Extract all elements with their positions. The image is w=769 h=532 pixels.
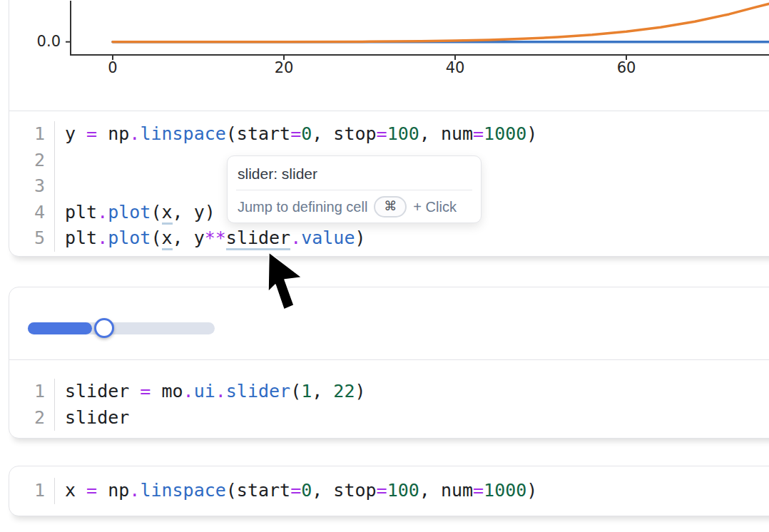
- cell-x-definition: 1x = np.linspace(start=0, stop=100, num=…: [9, 466, 769, 516]
- code-line[interactable]: 1x = np.linspace(start=0, stop=100, num=…: [9, 478, 769, 504]
- jump-to-defining-cell-link[interactable]: Jump to defining cell: [238, 199, 367, 215]
- code-line-text[interactable]: plt.plot(x, y): [55, 200, 215, 226]
- code-line-text[interactable]: slider: [55, 405, 129, 431]
- slider-track[interactable]: [28, 322, 215, 334]
- matplotlib-plot-output: 02040600.0: [9, 1, 769, 111]
- code-line[interactable]: 2slider: [9, 405, 769, 431]
- slider-output-area: [9, 287, 769, 359]
- code-line-text[interactable]: [55, 148, 65, 174]
- line-number: 4: [9, 200, 55, 226]
- code-line-text[interactable]: [55, 173, 65, 200]
- code-line[interactable]: 1slider = mo.ui.slider(1, 22): [9, 379, 769, 405]
- tooltip-action-row: Jump to defining cell ⌘ + Click: [228, 190, 481, 223]
- x-tick-label: 20: [275, 59, 294, 76]
- referenced-variable: x: [162, 227, 173, 250]
- variable-hover-tooltip: slider: slider Jump to defining cell ⌘ +…: [227, 155, 482, 223]
- line-number: 5: [9, 225, 55, 252]
- slider-fill: [28, 322, 92, 334]
- code-line-text[interactable]: plt.plot(x, y**slider.value): [55, 225, 366, 252]
- referenced-variable: x: [162, 202, 173, 225]
- x-tick-label: 40: [446, 59, 465, 76]
- line-number: 1: [9, 121, 55, 148]
- code-line[interactable]: 1y = np.linspace(start=0, stop=100, num=…: [9, 121, 769, 148]
- marimo-notebook: { "app": {"name": "marimo notebook"}, "c…: [0, 0, 769, 532]
- code-editor[interactable]: 1slider = mo.ui.slider(1, 22)2slider: [9, 360, 769, 431]
- tooltip-variable-title: slider: slider: [228, 156, 481, 190]
- line-number: 3: [9, 173, 55, 200]
- line-number: 1: [9, 379, 55, 405]
- code-line-text[interactable]: x = np.linspace(start=0, stop=100, num=1…: [55, 478, 537, 504]
- y-tick-label: 0.0: [37, 33, 61, 50]
- command-key-badge: ⌘: [374, 196, 407, 218]
- referenced-variable: slider: [226, 227, 290, 250]
- code-line[interactable]: 5plt.plot(x, y**slider.value): [9, 225, 769, 252]
- slider-handle[interactable]: [94, 318, 114, 338]
- x-tick-label: 0: [108, 59, 117, 76]
- click-hint-label: + Click: [413, 199, 457, 215]
- code-line-text[interactable]: slider = mo.ui.slider(1, 22): [55, 379, 366, 405]
- line-number: 1: [9, 478, 55, 504]
- line-number: 2: [9, 405, 55, 431]
- line-number: 2: [9, 148, 55, 174]
- plot-line-y**slider.value: [113, 3, 769, 41]
- cell-slider: 1slider = mo.ui.slider(1, 22)2slider: [9, 287, 769, 439]
- code-line-text[interactable]: y = np.linspace(start=0, stop=100, num=1…: [55, 121, 537, 148]
- x-tick-label: 60: [617, 59, 636, 76]
- code-editor[interactable]: 1x = np.linspace(start=0, stop=100, num=…: [9, 466, 769, 504]
